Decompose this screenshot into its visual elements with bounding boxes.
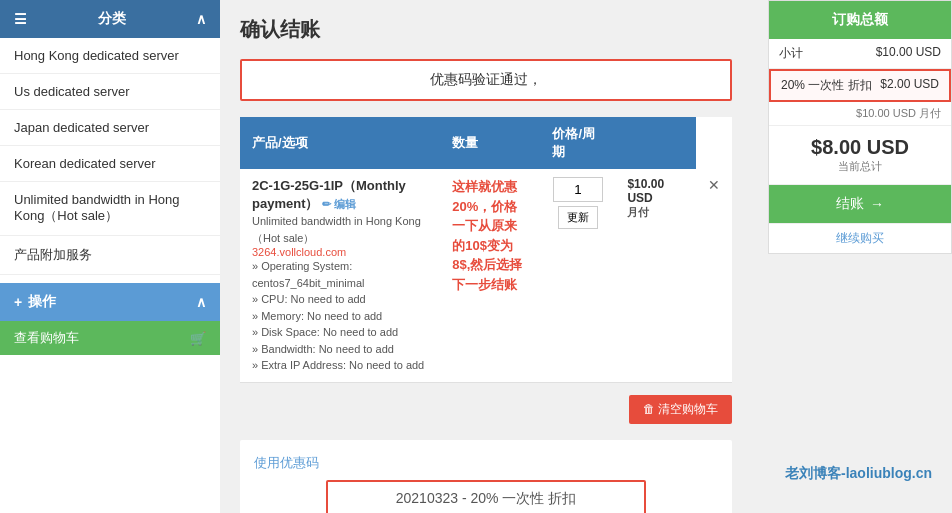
col-action xyxy=(615,117,695,169)
plus-icon: + xyxy=(14,294,22,310)
product-details: » Operating System: centos7_64bit_minima… xyxy=(252,258,428,374)
total-period: $10.00 USD 月付 xyxy=(769,102,951,126)
sidebar-header: ☰ 分类 ∧ xyxy=(0,0,220,38)
product-period: 月付 xyxy=(627,205,683,220)
menu-icon: ☰ xyxy=(14,11,27,27)
detail-os: » Operating System: centos7_64bit_minima… xyxy=(252,258,428,291)
checkout-label: 结账 xyxy=(836,195,864,213)
sidebar-item-addon[interactable]: 产品附加服务 xyxy=(0,236,220,275)
sidebar-item-kr[interactable]: Korean dedicated server xyxy=(0,146,220,182)
subtotal-label: 小计 xyxy=(779,45,803,62)
detail-bw: » Bandwidth: No need to add xyxy=(252,341,428,358)
checkout-button[interactable]: 结账 → xyxy=(769,185,951,223)
update-qty-button[interactable]: 更新 xyxy=(558,206,598,229)
total-amount: $8.00 USD xyxy=(779,136,941,159)
sidebar-nav: Hong Kong dedicated server Us dedicated … xyxy=(0,38,220,275)
summary-title: 订购总额 xyxy=(769,1,951,39)
quantity-input[interactable] xyxy=(553,177,603,202)
summary-box: 订购总额 小计 $10.00 USD 20% 一次性 折扣 $2.00 USD … xyxy=(768,0,952,254)
page-title: 确认结账 xyxy=(240,16,732,43)
continue-shopping-button[interactable]: 继续购买 xyxy=(769,223,951,253)
detail-mem: » Memory: No need to add xyxy=(252,308,428,325)
coupon-input-wrapper: 20210323 - 20% 一次性 折扣 xyxy=(254,480,718,514)
remove-item-button[interactable]: ✕ xyxy=(708,177,720,193)
promo-text: 优惠码验证通过， xyxy=(430,71,542,87)
product-price: $10.00 USD xyxy=(627,177,683,205)
detail-cpu: » CPU: No need to add xyxy=(252,291,428,308)
sidebar: ☰ 分类 ∧ Hong Kong dedicated server Us ded… xyxy=(0,0,220,513)
coupon-label: 使用优惠码 xyxy=(254,454,718,472)
coupon-section: 使用优惠码 20210323 - 20% 一次性 折扣 删除优惠码 xyxy=(240,440,732,514)
order-table: 产品/选项 数量 价格/周期 2C-1G-25G-1IP（Monthly pay… xyxy=(240,117,732,383)
cart-label: 查看购物车 xyxy=(14,329,79,347)
coupon-input: 20210323 - 20% 一次性 折扣 xyxy=(326,480,646,514)
product-name: 2C-1G-25G-1IP（Monthly payment） ✏ 编辑 xyxy=(252,177,428,213)
main-content: 确认结账 优惠码验证通过， 产品/选项 数量 价格/周期 2C-1G-25G-1 xyxy=(220,0,752,513)
promo-banner: 优惠码验证通过， xyxy=(240,59,732,101)
annotation-text: 这样就优惠20%，价格一下从原来的10$变为8$,然后选择下一步结账 xyxy=(452,177,528,294)
col-price: 价格/周期 xyxy=(540,117,615,169)
chevron-ops-icon[interactable]: ∧ xyxy=(196,294,206,310)
detail-ip: » Extra IP Address: No need to add xyxy=(252,357,428,374)
product-link[interactable]: 3264.vollcloud.com xyxy=(252,246,428,258)
checkout-arrow-icon: → xyxy=(870,196,884,212)
sidebar-title: 分类 xyxy=(98,10,126,28)
subtotal-row: 小计 $10.00 USD xyxy=(769,39,951,69)
ops-label: 操作 xyxy=(28,293,196,311)
view-cart-button[interactable]: 查看购物车 🛒 xyxy=(0,321,220,355)
total-row: $8.00 USD 当前总计 xyxy=(769,126,951,185)
detail-disk: » Disk Space: No need to add xyxy=(252,324,428,341)
table-row: 2C-1G-25G-1IP（Monthly payment） ✏ 编辑 Unli… xyxy=(240,169,732,382)
sidebar-item-us[interactable]: Us dedicated server xyxy=(0,74,220,110)
sidebar-item-jp[interactable]: Japan dedicated server xyxy=(0,110,220,146)
discount-value: $2.00 USD xyxy=(880,77,939,94)
clear-cart-row: 🗑 清空购物车 xyxy=(240,395,732,432)
sidebar-item-hk[interactable]: Hong Kong dedicated server xyxy=(0,38,220,74)
subtotal-value: $10.00 USD xyxy=(876,45,941,62)
total-label: 当前总计 xyxy=(779,159,941,174)
chevron-icon[interactable]: ∧ xyxy=(196,11,206,27)
product-edit-button[interactable]: ✏ 编辑 xyxy=(322,198,356,210)
discount-label: 20% 一次性 折扣 xyxy=(781,77,872,94)
summary-panel: 订购总额 小计 $10.00 USD 20% 一次性 折扣 $2.00 USD … xyxy=(752,0,952,513)
product-subtitle: Unlimited bandwidth in Hong Kong（Hot sal… xyxy=(252,213,428,246)
cart-icon: 🛒 xyxy=(190,331,206,346)
col-qty: 数量 xyxy=(440,117,540,169)
ops-header: + 操作 ∧ xyxy=(0,283,220,321)
clear-cart-button[interactable]: 🗑 清空购物车 xyxy=(629,395,732,424)
discount-row: 20% 一次性 折扣 $2.00 USD xyxy=(769,69,951,102)
col-product: 产品/选项 xyxy=(240,117,440,169)
sidebar-item-unlimited[interactable]: Unlimited bandwidth in Hong Kong（Hot sal… xyxy=(0,182,220,236)
